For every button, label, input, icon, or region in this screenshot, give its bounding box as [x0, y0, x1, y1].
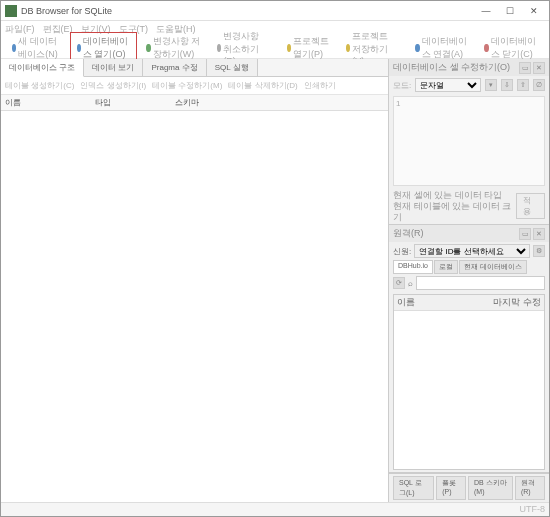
remote-title: 원격(R) — [393, 227, 424, 240]
schema-tree[interactable] — [1, 111, 388, 502]
apply-button[interactable]: 적용 — [516, 193, 545, 219]
maximize-button[interactable]: ☐ — [499, 3, 521, 19]
minimize-button[interactable]: — — [475, 3, 497, 19]
left-pane: 데이터베이스 구조 데이터 보기 Pragma 수정 SQL 실행 테이블 생성… — [1, 59, 389, 502]
dock-remote[interactable]: 원격(R) — [515, 476, 545, 500]
cell-tool-icon[interactable]: ▾ — [485, 79, 497, 91]
tab-sql[interactable]: SQL 실행 — [207, 59, 258, 76]
dock-plot[interactable]: 플롯(P) — [436, 476, 466, 500]
remote-search-input[interactable] — [416, 276, 545, 290]
mode-select[interactable]: 문자열 — [415, 78, 481, 92]
delete-table-button[interactable]: 테이블 삭제하기(D) — [228, 80, 297, 91]
remote-refresh-icon[interactable]: ⟳ — [393, 277, 405, 289]
cell-export-icon[interactable]: ⇧ — [517, 79, 529, 91]
create-table-button[interactable]: 테이블 생성하기(C) — [5, 80, 74, 91]
remote-list[interactable]: 이름 마지막 수정 — [393, 294, 545, 470]
col-type[interactable]: 타입 — [95, 97, 175, 108]
dock-sql-log[interactable]: SQL 로그(L) — [393, 476, 434, 500]
close-button[interactable]: ✕ — [523, 3, 545, 19]
main-toolbar: 새 데이터베이스(N) 데이터베이스 열기(O) 변경사항 저장하기(W) 변경… — [1, 37, 549, 59]
identity-select[interactable]: 연결할 ID를 선택하세요 — [414, 244, 530, 258]
modify-table-button[interactable]: 테이블 수정하기(M) — [152, 80, 222, 91]
bottom-dock-tabs: SQL 로그(L) 플롯(P) DB 스키마(M) 원격(R) — [389, 473, 549, 502]
remote-tab-current[interactable]: 현재 데이터베이스 — [459, 260, 527, 274]
remote-col-name[interactable]: 이름 — [397, 296, 493, 309]
create-index-button[interactable]: 인덱스 생성하기(I) — [80, 80, 146, 91]
remote-close-icon[interactable]: ✕ — [533, 228, 545, 240]
tab-browse[interactable]: 데이터 보기 — [84, 59, 143, 76]
panel-close-icon[interactable]: ✕ — [533, 62, 545, 74]
identity-settings-icon[interactable]: ⚙ — [533, 245, 545, 257]
cell-editor[interactable]: 1 — [393, 96, 545, 186]
status-bar: UTF-8 — [1, 502, 549, 516]
remote-tab-local[interactable]: 로컬 — [434, 260, 458, 274]
identity-label: 신원: — [393, 246, 411, 257]
app-icon — [5, 5, 17, 17]
encoding-label: UTF-8 — [520, 504, 546, 515]
tab-pragma[interactable]: Pragma 수정 — [143, 59, 206, 76]
main-tabs: 데이터베이스 구조 데이터 보기 Pragma 수정 SQL 실행 — [1, 59, 388, 77]
remote-col-modified[interactable]: 마지막 수정 — [493, 296, 541, 309]
edit-cell-panel: 데이터베이스 셀 수정하기(O) ▭ ✕ 모드: 문자열 ▾ ⇩ ⇧ ∅ 1 현… — [389, 59, 549, 225]
remote-tab-dbhub[interactable]: DBHub.io — [393, 260, 433, 274]
print-button[interactable]: 인쇄하기 — [304, 80, 336, 91]
window-title: DB Browser for SQLite — [21, 6, 475, 16]
panel-float-icon[interactable]: ▭ — [519, 62, 531, 74]
title-bar: DB Browser for SQLite — ☐ ✕ — [1, 1, 549, 21]
search-icon: ⌕ — [408, 279, 413, 288]
cell-import-icon[interactable]: ⇩ — [501, 79, 513, 91]
remote-panel: 원격(R) ▭ ✕ 신원: 연결할 ID를 선택하세요 ⚙ DBHub.io 로… — [389, 225, 549, 473]
tab-structure[interactable]: 데이터베이스 구조 — [1, 59, 84, 77]
edit-cell-title: 데이터베이스 셀 수정하기(O) — [393, 61, 510, 74]
mode-label: 모드: — [393, 80, 411, 91]
dock-schema[interactable]: DB 스키마(M) — [468, 476, 513, 500]
col-schema[interactable]: 스키마 — [175, 97, 384, 108]
col-name[interactable]: 이름 — [5, 97, 95, 108]
remote-float-icon[interactable]: ▭ — [519, 228, 531, 240]
schema-column-header: 이름 타입 스키마 — [1, 95, 388, 111]
structure-toolbar: 테이블 생성하기(C) 인덱스 생성하기(I) 테이블 수정하기(M) 테이블 … — [1, 77, 388, 95]
cell-null-icon[interactable]: ∅ — [533, 79, 545, 91]
cell-info-text: 현재 셀에 있는 데이터 타입 현재 테이블에 있는 데이터 크기 — [393, 190, 516, 222]
right-pane: 데이터베이스 셀 수정하기(O) ▭ ✕ 모드: 문자열 ▾ ⇩ ⇧ ∅ 1 현… — [389, 59, 549, 502]
